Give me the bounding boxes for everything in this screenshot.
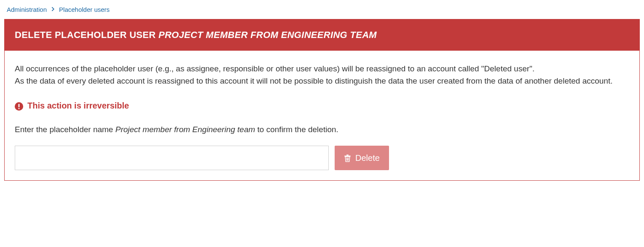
- panel-title-name: PROJECT MEMBER FROM ENGINEERING TEAM: [158, 30, 377, 40]
- panel-description: All occurrences of the placeholder user …: [15, 62, 629, 87]
- svg-point-2: [18, 108, 19, 109]
- delete-button[interactable]: Delete: [335, 146, 389, 170]
- breadcrumb: Administration Placeholder users: [4, 4, 640, 19]
- trash-icon: [344, 154, 351, 162]
- panel-title-prefix: DELETE PLACEHOLDER USER: [15, 30, 158, 40]
- panel-header: DELETE PLACEHOLDER USER PROJECT MEMBER F…: [5, 19, 639, 51]
- warning-icon: [15, 101, 23, 110]
- confirm-name: Project member from Engineering team: [115, 125, 255, 134]
- confirm-prefix: Enter the placeholder name: [15, 125, 115, 134]
- confirm-instruction: Enter the placeholder name Project membe…: [15, 123, 629, 136]
- svg-rect-1: [19, 104, 20, 107]
- breadcrumb-link-administration[interactable]: Administration: [7, 6, 47, 13]
- delete-panel: DELETE PLACEHOLDER USER PROJECT MEMBER F…: [4, 19, 640, 181]
- warning-text: This action is irreversible: [27, 99, 129, 112]
- svg-rect-4: [346, 155, 349, 155]
- breadcrumb-link-placeholder-users[interactable]: Placeholder users: [59, 6, 110, 13]
- chevron-right-icon: [51, 7, 55, 12]
- panel-body: All occurrences of the placeholder user …: [5, 51, 639, 180]
- action-row: Delete: [15, 146, 629, 170]
- warning-line: This action is irreversible: [15, 99, 629, 112]
- confirm-suffix: to confirm the deletion.: [255, 125, 338, 134]
- confirm-input[interactable]: [15, 146, 329, 170]
- delete-button-label: Delete: [355, 153, 380, 163]
